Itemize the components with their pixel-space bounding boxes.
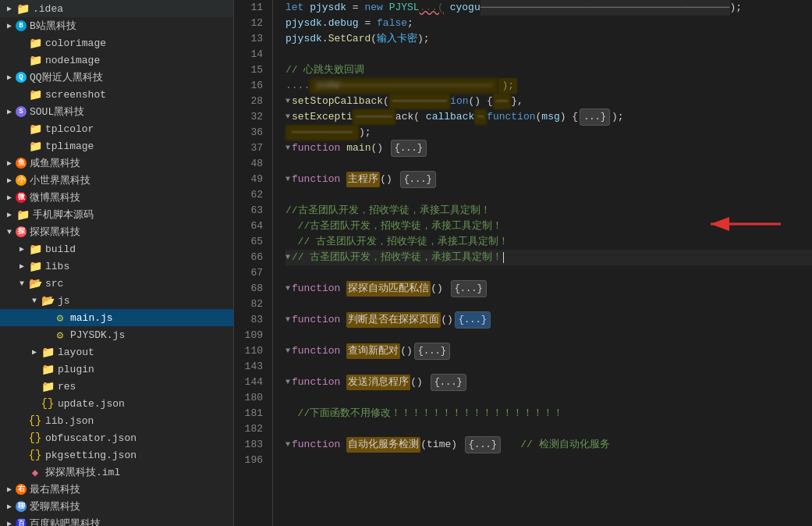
tree-label: 咸鱼黑科技: [30, 156, 80, 170]
code-line-11: let pjysdk = new PJYSL...( cyogu────────…: [285, 0, 812, 16]
file-tree[interactable]: ▶ 📁 .idea ▶ B B站黑科技 📁 colorimage 📁 nodei…: [0, 0, 234, 526]
tree-label: build: [45, 243, 76, 255]
folder-icon: 📁: [28, 243, 42, 256]
tree-label: screenshot: [45, 89, 106, 101]
tree-item-mainjs[interactable]: ⚙ main.js: [0, 309, 233, 326]
tree-label: 爱聊黑科技: [30, 499, 80, 514]
tree-label: update.json: [58, 398, 125, 410]
folder-icon: 📁: [41, 346, 55, 359]
code-area: 11 12 13 14 15 16 28 32 36 37 48 49 62 6…: [234, 0, 812, 526]
tree-label: plugin: [58, 364, 94, 375]
brand-icon: Q: [16, 72, 27, 83]
tree-label: colorimage: [45, 37, 106, 49]
json-file-icon: {}: [28, 432, 42, 444]
tree-label: 最右黑科技: [30, 482, 80, 496]
tree-item-src[interactable]: ▼ 📂 src: [0, 275, 233, 292]
tree-item-res[interactable]: 📁 res: [0, 378, 233, 395]
arrow-icon: ▶: [28, 347, 41, 357]
tree-item-layout[interactable]: ▶ 📁 layout: [0, 343, 233, 361]
folder-icon: 📁: [28, 140, 42, 153]
tree-item-updatejson[interactable]: {} update.json: [0, 395, 233, 412]
tree-label: 微博黑科技: [30, 190, 80, 204]
tree-item-xiaoworld[interactable]: ▶ 小 小世界黑科技: [0, 172, 233, 189]
code-line-32: ▼ setExcepti ────── ack( callback ─ func…: [285, 109, 812, 125]
tree-item-baidu[interactable]: ▶ 百 百度贴吧黑科技: [0, 515, 233, 526]
arrow-icon: ▶: [3, 210, 16, 219]
tree-item-bzhan[interactable]: ▶ B B站黑科技: [0, 17, 233, 34]
code-line-28: ▼ setStopCallback( ───────── ion() { ── …: [285, 94, 812, 109]
tree-item-build[interactable]: ▶ 📁 build: [0, 240, 233, 258]
folder-icon: 📁: [41, 363, 55, 376]
code-editor: 11 12 13 14 15 16 28 32 36 37 48 49 62 6…: [234, 0, 812, 526]
arrow-icon: ▶: [3, 4, 16, 13]
tree-item-colorimage[interactable]: 📁 colorimage: [0, 34, 233, 52]
folder-icon: 📁: [28, 37, 42, 50]
code-line-16: .... onHe───────────────────────── );: [285, 78, 812, 94]
arrow-icon: ▶: [3, 73, 16, 82]
code-line-109: [285, 328, 812, 343]
brand-icon: 百: [16, 518, 27, 526]
tree-item-soul[interactable]: ▶ S SOUL黑科技: [0, 103, 233, 120]
arrow-icon: ▶: [3, 193, 16, 202]
tree-label: SOUL黑科技: [30, 105, 84, 119]
tree-item-pjysdk[interactable]: ⚙ PJYSDK.js: [0, 326, 233, 343]
tree-label: B站黑科技: [30, 19, 76, 33]
tree-item-libs[interactable]: ▶ 📁 libs: [0, 258, 233, 275]
code-line-83: ▼ function 判断是否在探探页面(){...}: [285, 312, 812, 328]
tree-item-screenshot[interactable]: 📁 screenshot: [0, 86, 233, 103]
tree-item-tantan[interactable]: ▼ 探 探探黑科技: [0, 223, 233, 240]
tree-item-tantan-iml[interactable]: ◆ 探探黑科技.iml: [0, 464, 233, 481]
code-line-180: [285, 390, 812, 406]
json-file-icon: {}: [28, 414, 42, 427]
tree-item-tplimage[interactable]: 📁 tplimage: [0, 137, 233, 155]
folder-icon: 📁: [28, 123, 42, 136]
tree-label: 探探黑科技.iml: [45, 465, 120, 479]
brand-icon: 微: [16, 192, 27, 203]
folder-icon: 📁: [16, 208, 30, 222]
tree-label: PJYSDK.js: [70, 329, 125, 341]
tree-item-ailiao[interactable]: ▶ 聊 爱聊黑科技: [0, 498, 233, 515]
code-line-36: ────────── );: [285, 125, 812, 140]
folder-icon: 📁: [41, 380, 55, 393]
arrow-icon: ▶: [3, 21, 16, 30]
tree-item-tplcolor[interactable]: 📁 tplcolor: [0, 120, 233, 137]
arrow-icon: ▶: [3, 107, 16, 116]
tree-label: pkgsetting.json: [45, 450, 137, 461]
folder-icon: 📁: [28, 88, 42, 101]
code-line-48: [285, 156, 812, 172]
tree-item-plugin[interactable]: 📁 plugin: [0, 361, 233, 378]
tree-item-zuoyou[interactable]: ▶ 右 最右黑科技: [0, 481, 233, 498]
tree-item-obfuscator[interactable]: {} obfuscator.json: [0, 429, 233, 446]
brand-icon: B: [16, 20, 27, 31]
code-line-182: [285, 421, 812, 437]
code-line-12: pjysdk.debug = false;: [285, 16, 812, 31]
brand-icon: 探: [16, 226, 27, 237]
tree-item-pkgsetting[interactable]: {} pkgsetting.json: [0, 446, 233, 464]
tree-item-nodeimage[interactable]: 📁 nodeimage: [0, 52, 233, 69]
tree-item-xianyu[interactable]: ▶ 鱼 咸鱼黑科技: [0, 155, 233, 172]
tree-item-shouji[interactable]: ▶ 📁 手机脚本源码: [0, 206, 233, 223]
brand-icon: 小: [16, 175, 27, 186]
code-line-67: [285, 265, 812, 281]
code-lines[interactable]: let pjysdk = new PJYSL...( cyogu────────…: [273, 0, 812, 526]
tree-item-qq[interactable]: ▶ Q QQ附近人黑科技: [0, 69, 233, 86]
js-file-icon: ⚙: [53, 311, 67, 325]
folder-icon: 📂: [28, 277, 42, 290]
arrow-icon: ▶: [3, 485, 16, 494]
tree-item-libjson[interactable]: {} lib.json: [0, 412, 233, 429]
arrow-icon: ▼: [3, 228, 16, 236]
tree-label: libs: [45, 261, 69, 272]
code-line-66: ▼ // 古圣团队开发，招收学徒，承接工具定制！: [285, 250, 812, 265]
tree-item-idea[interactable]: ▶ 📁 .idea: [0, 0, 233, 17]
tree-item-js[interactable]: ▼ 📂 js: [0, 292, 233, 309]
code-line-64: //古圣团队开发，招收学徒，承接工具定制！: [285, 219, 812, 234]
tree-label: res: [58, 381, 76, 393]
code-line-110: ▼ function 查询新配对(){...}: [285, 343, 812, 359]
folder-icon: 📁: [28, 54, 42, 67]
code-line-14: [285, 47, 812, 62]
tree-label: tplimage: [45, 140, 94, 152]
tree-item-weibo[interactable]: ▶ 微 微博黑科技: [0, 189, 233, 206]
json-file-icon: {}: [41, 397, 55, 410]
code-line-181: //下面函数不用修改！！！！！！！！！！！！！！！！！: [285, 406, 812, 421]
arrow-icon: ▼: [16, 279, 28, 288]
